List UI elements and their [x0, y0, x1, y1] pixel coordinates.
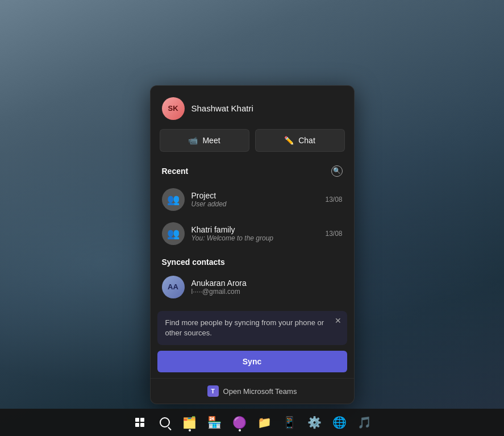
- contact-anukaran[interactable]: AA Anukaran Arora l·····@gmail.com: [162, 272, 343, 302]
- group-icon: 👥: [167, 193, 180, 206]
- conversation-khatri-family[interactable]: 👥 Khatri family You: Welcome to the grou…: [151, 217, 354, 251]
- khatri-conv-info: Khatri family You: Welcome to the group: [191, 225, 319, 242]
- synced-contacts-section: Synced contacts AA Anukaran Arora l·····…: [151, 251, 354, 306]
- contact-details: Anukaran Arora l·····@gmail.com: [191, 279, 247, 296]
- user-avatar: SK: [162, 97, 185, 120]
- recent-label: Recent: [162, 167, 189, 176]
- search-recent-button[interactable]: 🔍: [331, 165, 343, 177]
- search-icon: 🔍: [333, 167, 341, 175]
- teams-chat-panel: SK Shashwat Khatri 📹 Meet ✏️ Chat Recent…: [150, 85, 355, 404]
- chat-button[interactable]: ✏️ Chat: [255, 129, 345, 152]
- video-icon: 📹: [188, 136, 198, 145]
- taskbar-chrome-button[interactable]: 🌐: [328, 411, 351, 434]
- taskbar-search-button[interactable]: [153, 411, 176, 434]
- notification-text: Find more people by syncing from your ph…: [165, 318, 339, 338]
- chat-icon: ✏️: [284, 136, 294, 145]
- khatri-group-avatar: 👥: [162, 222, 185, 245]
- recent-section-header: Recent 🔍: [151, 161, 354, 182]
- avatar-initials: SK: [168, 104, 178, 113]
- teams-logo-icon: T: [207, 385, 219, 397]
- store-icon: 🏪: [207, 416, 222, 429]
- folder-icon: 📁: [257, 416, 272, 429]
- khatri-date: 13/08: [325, 230, 342, 238]
- taskbar-contacts-button[interactable]: 📱: [278, 411, 301, 434]
- meet-label: Meet: [202, 136, 220, 145]
- close-notification-button[interactable]: ✕: [335, 317, 341, 325]
- taskbar-spotify-button[interactable]: 🎵: [353, 411, 376, 434]
- project-preview: User added: [191, 200, 319, 208]
- taskbar-file-explorer-button[interactable]: 🗂️: [178, 411, 201, 434]
- contact-initials: AA: [168, 283, 178, 291]
- active-dot-teams: [239, 429, 241, 431]
- taskbar-start-button[interactable]: [128, 411, 151, 434]
- project-name: Project: [191, 191, 319, 200]
- conversation-project[interactable]: 👥 Project User added 13/08: [151, 182, 354, 217]
- notification-bar: Find more people by syncing from your ph…: [157, 311, 347, 345]
- synced-label: Synced contacts: [162, 258, 343, 267]
- taskbar: 🗂️ 🏪 🟣 📁 📱 ⚙️ 🌐 🎵: [0, 409, 504, 436]
- taskbar-settings-button[interactable]: ⚙️: [303, 411, 326, 434]
- taskbar-store-button[interactable]: 🏪: [203, 411, 226, 434]
- project-group-avatar: 👥: [162, 188, 185, 211]
- chat-label: Chat: [298, 136, 315, 145]
- project-conv-info: Project User added: [191, 191, 319, 208]
- file-explorer-icon: 🗂️: [182, 416, 197, 429]
- project-date: 13/08: [325, 196, 342, 204]
- meet-button[interactable]: 📹 Meet: [160, 129, 249, 152]
- sync-button[interactable]: Sync: [157, 351, 347, 372]
- spotify-icon: 🎵: [357, 416, 372, 429]
- khatri-name: Khatri family: [191, 225, 319, 234]
- contact-email: l·····@gmail.com: [191, 288, 247, 296]
- taskbar-folder-button[interactable]: 📁: [253, 411, 276, 434]
- action-buttons: 📹 Meet ✏️ Chat: [151, 129, 354, 161]
- taskbar-teams-button[interactable]: 🟣: [228, 411, 251, 434]
- khatri-preview: You: Welcome to the group: [191, 234, 319, 242]
- chrome-icon: 🌐: [332, 416, 347, 429]
- windows-icon: [135, 418, 144, 427]
- open-teams-footer[interactable]: T Open Microsoft Teams: [151, 378, 354, 404]
- panel-header: SK Shashwat Khatri: [151, 86, 354, 129]
- contact-avatar-aa: AA: [162, 276, 185, 298]
- user-name: Shashwat Khatri: [191, 103, 253, 113]
- group-icon-2: 👥: [167, 227, 180, 240]
- contacts-icon: 📱: [282, 416, 297, 429]
- active-dot: [189, 429, 191, 431]
- teams-icon: 🟣: [232, 416, 247, 429]
- open-teams-label: Open Microsoft Teams: [223, 387, 297, 396]
- contact-name: Anukaran Arora: [191, 279, 247, 288]
- search-icon: [160, 417, 170, 427]
- settings-icon: ⚙️: [307, 416, 322, 429]
